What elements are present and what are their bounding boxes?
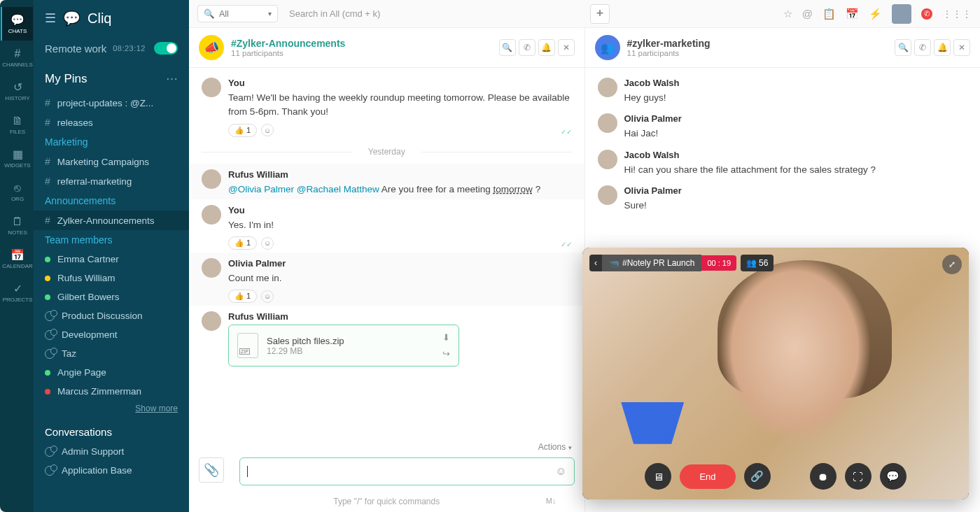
message-composer[interactable]: ☺ (239, 457, 575, 485)
mention[interactable]: @Olivia Palmer (228, 184, 294, 194)
video-participant-count[interactable]: 👥 56 (741, 255, 774, 271)
message-author: Olivia Palmer (624, 113, 968, 124)
search-channel-icon[interactable]: 🔍 (499, 39, 516, 56)
call-icon[interactable]: ✆ (519, 39, 536, 56)
scope-select[interactable]: 🔍All ▾ (197, 5, 278, 22)
menu-icon[interactable]: ☰ (45, 10, 56, 26)
rail-item-files[interactable]: 🗎FILES (1, 108, 33, 141)
sidebar: ☰ 💬 Cliq Remote work 08:23:12 My Pins ⋯ … (34, 0, 189, 512)
at-icon[interactable]: @ (802, 8, 813, 20)
file-attachment[interactable]: Sales pitch files.zip12.29 MB⬇↪ (228, 325, 459, 367)
show-more-link[interactable]: Show more (34, 401, 189, 416)
sidebar-item[interactable]: Development (34, 325, 189, 344)
avatar (202, 258, 221, 278)
expand-icon[interactable]: ⤢ (942, 255, 962, 274)
read-tick-icon: ✓✓ (561, 128, 572, 136)
rail-icon: 🗒 (12, 215, 23, 228)
rail-item-widgets[interactable]: ▦WIDGETS (1, 141, 33, 175)
rail-icon: # (15, 48, 21, 60)
zap-icon[interactable]: ⚡ (869, 8, 882, 20)
search-channel-icon[interactable]: 🔍 (895, 39, 911, 56)
pin-item[interactable]: #project-updates : @Z... (34, 93, 189, 113)
channel-name[interactable]: #zylker-marketing (627, 38, 710, 49)
sidebar-item[interactable]: #referral-marketing (34, 171, 189, 191)
reaction-pill[interactable]: 👍 1 (228, 290, 257, 303)
message-text: Yes. I'm in! (228, 218, 572, 232)
message: Olivia PalmerSure! (585, 180, 981, 215)
nav-rail: 💬CHATS#CHANNELS↺HISTORY🗎FILES▦WIDGETS⎋OR… (0, 0, 34, 512)
screenshare-button[interactable]: 🖥 (645, 463, 671, 490)
sidebar-item[interactable]: Product Discussion (34, 306, 189, 325)
section-title[interactable]: Marketing (34, 132, 189, 152)
apps-icon[interactable]: ⋮⋮⋮ (942, 8, 972, 20)
mention[interactable]: @Rachael Matthew (297, 184, 379, 194)
sidebar-item[interactable]: Marcus Zimmerman (34, 382, 189, 401)
message-author: Olivia Palmer (228, 258, 572, 269)
star-icon[interactable]: ☆ (783, 8, 792, 20)
section-title[interactable]: Announcements (34, 191, 189, 211)
conversation-item[interactable]: Admin Support (34, 442, 189, 461)
sidebar-item[interactable]: Angie Page (34, 363, 189, 382)
channel-name[interactable]: #Zylker-Announcements (231, 38, 345, 49)
sidebar-item[interactable]: Emma Cartner (34, 250, 189, 269)
rail-item-calendar[interactable]: 📅CALENDAR (1, 242, 33, 276)
emoji-icon[interactable]: ☺ (555, 465, 566, 478)
sidebar-item[interactable]: #Marketing Campaigns (34, 152, 189, 171)
message: Jacob WalshHey guys! (585, 72, 981, 108)
clipboard-icon[interactable]: 📋 (822, 8, 836, 20)
rail-icon: ✓ (13, 282, 22, 295)
rail-item-projects[interactable]: ✓PROJECTS (1, 276, 33, 309)
link-button[interactable]: 🔗 (744, 463, 771, 490)
search-input[interactable]: Search in All (cmd + k) (284, 6, 584, 22)
rail-item-chats[interactable]: 💬CHATS (1, 7, 33, 41)
video-back-button[interactable]: ‹ (589, 255, 602, 271)
add-reaction-icon[interactable]: ☺ (261, 290, 274, 303)
share-icon[interactable]: ↪ (442, 348, 450, 359)
end-call-button[interactable]: End (680, 464, 735, 489)
group-icon (45, 466, 55, 476)
chevron-down-icon: ▾ (268, 10, 272, 17)
status-dot (45, 294, 50, 300)
call-icon[interactable]: ✆ (914, 39, 931, 56)
record-button[interactable]: ⏺ (810, 463, 836, 490)
user-avatar[interactable] (892, 4, 911, 24)
status-dot (45, 389, 50, 394)
download-icon[interactable]: ⬇ (442, 332, 450, 343)
reaction-pill[interactable]: 👍 1 (228, 124, 257, 137)
rail-item-history[interactable]: ↺HISTORY (1, 74, 33, 108)
call-indicator[interactable]: ✆ (921, 8, 932, 20)
add-reaction-icon[interactable]: ☺ (261, 237, 274, 250)
add-button[interactable]: + (590, 4, 610, 24)
brand-name: Cliq (88, 10, 111, 27)
bell-icon[interactable]: 🔔 (538, 39, 555, 56)
close-icon[interactable]: ✕ (558, 39, 575, 56)
calendar-icon[interactable]: 📅 (846, 8, 859, 20)
add-reaction-icon[interactable]: ☺ (261, 124, 274, 136)
pin-item[interactable]: #releases (34, 113, 189, 132)
channel-icon (199, 35, 224, 60)
mode-toggle[interactable] (154, 42, 178, 55)
rail-item-org[interactable]: ⎋ORG (1, 175, 33, 208)
pins-menu-icon[interactable]: ⋯ (166, 71, 178, 86)
rail-item-notes[interactable]: 🗒NOTES (1, 208, 33, 242)
read-tick-icon: ✓✓ (561, 241, 572, 248)
group-icon (45, 349, 55, 359)
chat-button[interactable]: 💬 (880, 463, 906, 490)
brand-header: ☰ 💬 Cliq (34, 0, 189, 36)
time-label: 08:23:12 (113, 44, 146, 52)
sidebar-item[interactable]: Taz (34, 344, 189, 363)
sidebar-item[interactable]: Rufus William (34, 269, 189, 287)
left-pane: #Zylker-Announcements 11 participants 🔍 … (189, 28, 585, 512)
group-icon (45, 330, 55, 340)
attach-button[interactable]: 📎 (199, 457, 224, 483)
conversation-item[interactable]: Application Base (34, 461, 189, 480)
bell-icon[interactable]: 🔔 (934, 39, 951, 56)
sidebar-item[interactable]: #Zylker-Announcements (34, 211, 189, 230)
sidebar-item[interactable]: Gilbert Bowers (34, 287, 189, 306)
close-icon[interactable]: ✕ (953, 39, 970, 56)
rail-item-channels[interactable]: #CHANNELS (1, 41, 33, 74)
section-title[interactable]: Team members (34, 230, 189, 250)
actions-menu[interactable]: Actions ▾ (189, 439, 584, 455)
reaction-pill[interactable]: 👍 1 (228, 236, 257, 250)
fullscreen-button[interactable]: ⛶ (845, 463, 872, 490)
